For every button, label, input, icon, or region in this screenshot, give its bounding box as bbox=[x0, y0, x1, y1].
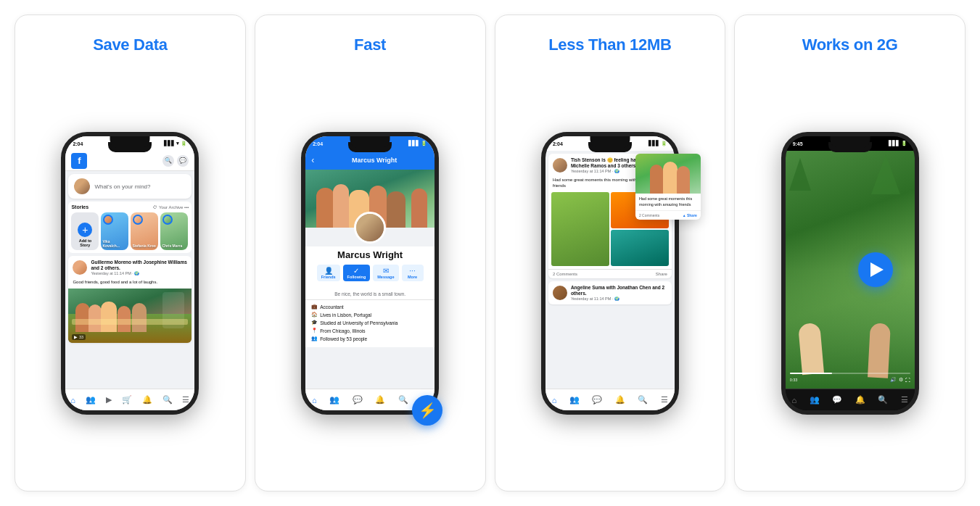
play-triangle-icon bbox=[870, 262, 884, 277]
tree1 bbox=[789, 158, 811, 191]
story-img-3: Chris Marra bbox=[160, 212, 188, 250]
detail-text-2: Lives in Lisbon, Portugal bbox=[320, 312, 371, 318]
feed-post-text-1: Good friends, good food and a lot of lau… bbox=[68, 279, 192, 289]
profile-display-name: Marcus Wright bbox=[337, 249, 403, 260]
signal-3: ▋▋▋ bbox=[648, 141, 659, 146]
feed-post-name-1: Guillermo Moreno with Josephine Williams… bbox=[91, 260, 187, 271]
fb-logo-1: f bbox=[71, 153, 87, 169]
watch-nav-icon[interactable]: ▶ bbox=[106, 395, 112, 405]
status-icons-1: ▋▋▋ ▾ 🔋 bbox=[164, 141, 187, 146]
detail-icon-3: 🎓 bbox=[311, 320, 317, 325]
story-item-3[interactable]: Chris Marra bbox=[160, 212, 188, 250]
popup-meta: 2 Comments bbox=[639, 213, 659, 217]
home-nav-2[interactable]: ⌂ bbox=[312, 396, 317, 405]
msg-nav-3[interactable]: 💬 bbox=[592, 395, 602, 405]
story-img-1: Vika Kovalch... bbox=[101, 212, 128, 250]
phone-screen-4: 9:45 ▋▋▋ 🔋 bbox=[786, 136, 915, 410]
following-action-btn[interactable]: ✓ Following bbox=[343, 265, 371, 281]
avatar-1 bbox=[74, 178, 90, 194]
messenger-nav-icon[interactable]: 💬 bbox=[177, 155, 189, 167]
msg-nav-4[interactable]: 💬 bbox=[832, 395, 842, 405]
video-person1 bbox=[798, 323, 824, 375]
friends-nav-3[interactable]: 👥 bbox=[569, 395, 580, 405]
post-placeholder-1: What's on your mind? bbox=[94, 183, 150, 190]
person2 bbox=[88, 304, 102, 332]
play-button[interactable] bbox=[858, 252, 893, 287]
feed-post-3b: Angeline Suma with Jonathan Chen and 2 o… bbox=[548, 281, 672, 304]
feed-post-header-1: Guillermo Moreno with Josephine Williams… bbox=[68, 256, 192, 279]
friends-nav-2[interactable]: 👥 bbox=[329, 395, 339, 405]
bottom-nav-1: ⌂ 👥 ▶ 🛒 🔔 🔍 ☰ bbox=[65, 389, 194, 410]
search-nav-2[interactable]: 🔍 bbox=[398, 395, 408, 405]
detail-row-4: 📍 From Chicago, Illinois bbox=[311, 328, 429, 333]
phone-4: 9:45 ▋▋▋ 🔋 bbox=[781, 132, 919, 415]
bell-nav-icon[interactable]: 🔔 bbox=[142, 395, 152, 405]
popup-share[interactable]: ▲ Share bbox=[683, 213, 697, 217]
phone-screen-1: 2:04 ▋▋▋ ▾ 🔋 f 🔍 💬 bbox=[65, 136, 194, 410]
menu-nav-3[interactable]: ☰ bbox=[661, 395, 668, 405]
profile-avatar-frame bbox=[354, 212, 386, 244]
bottom-nav-3: ⌂ 👥 💬 🔔 🔍 ☰ bbox=[545, 389, 675, 410]
msg-nav-2[interactable]: 💬 bbox=[353, 395, 363, 405]
friends-nav-4[interactable]: 👥 bbox=[810, 395, 820, 405]
friends-action-icon: 👤 bbox=[324, 267, 333, 275]
more-action-btn[interactable]: ··· More bbox=[402, 265, 424, 281]
post-box-1[interactable]: What's on your mind? bbox=[68, 174, 192, 199]
detail-text-1: Accountant bbox=[320, 304, 344, 310]
cp6 bbox=[411, 188, 427, 228]
fullscreen-icon[interactable]: ⛶ bbox=[905, 378, 910, 383]
search-nav-4[interactable]: 🔍 bbox=[878, 395, 888, 405]
profile-header-bar: ‹ Marcus Wright bbox=[305, 151, 435, 170]
wifi-icon-1: ▾ bbox=[176, 141, 179, 146]
following-action-label: Following bbox=[347, 275, 366, 279]
tree2 bbox=[871, 154, 900, 194]
home-nav-icon[interactable]: ⌂ bbox=[70, 396, 75, 405]
phone-badge-wrap-2: 2:04 ▋▋▋ 🔋 ‹ Marcus Wright bbox=[301, 132, 439, 415]
story-avatar-1 bbox=[103, 215, 113, 225]
profile-cover bbox=[305, 170, 435, 228]
video-person2 bbox=[868, 323, 891, 378]
friends-action-btn[interactable]: 👤 Friends bbox=[317, 265, 340, 281]
search-nav-icon-bottom[interactable]: 🔍 bbox=[162, 395, 173, 405]
menu-nav-4[interactable]: ☰ bbox=[901, 395, 908, 405]
search-nav-3[interactable]: 🔍 bbox=[638, 395, 648, 405]
volume-icon[interactable]: 🔊 bbox=[890, 377, 897, 383]
bell-nav-4[interactable]: 🔔 bbox=[855, 395, 865, 405]
post-actions-3a: 2 Comments Share bbox=[548, 269, 672, 278]
card-title-fast: Fast bbox=[354, 36, 386, 54]
detail-row-3: 🎓 Studied at University of Pennsylvania bbox=[311, 320, 429, 325]
home-nav-3[interactable]: ⌂ bbox=[552, 396, 557, 405]
bell-nav-3[interactable]: 🔔 bbox=[615, 395, 625, 405]
message-action-btn[interactable]: ✉ Message bbox=[373, 265, 398, 281]
stories-header-1: Stories ⏱ Your Archive ••• bbox=[71, 204, 189, 210]
story-item-1[interactable]: Vika Kovalch... bbox=[101, 212, 128, 250]
feed-post-avatar-3a bbox=[553, 158, 567, 173]
feed-post-info-1: Guillermo Moreno with Josephine Williams… bbox=[91, 260, 187, 275]
phone-2: 2:04 ▋▋▋ 🔋 ‹ Marcus Wright bbox=[301, 132, 439, 415]
menu-nav-icon[interactable]: ☰ bbox=[182, 395, 189, 405]
card-fast: Fast 2:04 ▋▋▋ 🔋 bbox=[255, 14, 486, 492]
status-icons-3: ▋▋▋ 🔋 bbox=[648, 141, 667, 146]
bell-nav-2[interactable]: 🔔 bbox=[375, 395, 385, 405]
story-img-2: Stefania Kroo bbox=[131, 212, 158, 250]
detail-row-5: 👥 Followed by 53 people bbox=[311, 336, 429, 341]
video-duration: ▶ 33 bbox=[72, 334, 86, 340]
settings-icon[interactable]: ⚙ bbox=[899, 377, 903, 383]
friends-nav-icon[interactable]: 👥 bbox=[86, 395, 96, 405]
card-less-12mb: Less Than 12MB 2:04 ▋▋▋ 🔋 bbox=[495, 14, 726, 492]
search-nav-icon[interactable]: 🔍 bbox=[162, 155, 174, 167]
phone-wrapper-3: 2:04 ▋▋▋ 🔋 Tish Stenson is 😊 f bbox=[507, 70, 714, 476]
story-avatar-3 bbox=[162, 215, 173, 225]
story-item-2[interactable]: Stefania Kroo bbox=[131, 212, 158, 250]
video-progress-bar[interactable] bbox=[790, 373, 910, 374]
battery-2: 🔋 bbox=[421, 141, 427, 146]
story-add[interactable]: + Add toStory bbox=[71, 212, 99, 250]
feed-post-info-3b: Angeline Suma with Jonathan Chen and 2 o… bbox=[571, 285, 667, 301]
marketplace-nav-icon[interactable]: 🛒 bbox=[122, 395, 132, 405]
home-nav-4[interactable]: ⌂ bbox=[791, 396, 796, 405]
card-title-works-2g: Works on 2G bbox=[802, 36, 898, 54]
story-avatar-2 bbox=[133, 215, 143, 225]
back-icon[interactable]: ‹ bbox=[311, 155, 314, 165]
add-story-plus: + bbox=[78, 223, 92, 237]
cards-container: Save Data 2:04 ▋▋▋ ▾ 🔋 bbox=[0, 0, 980, 506]
